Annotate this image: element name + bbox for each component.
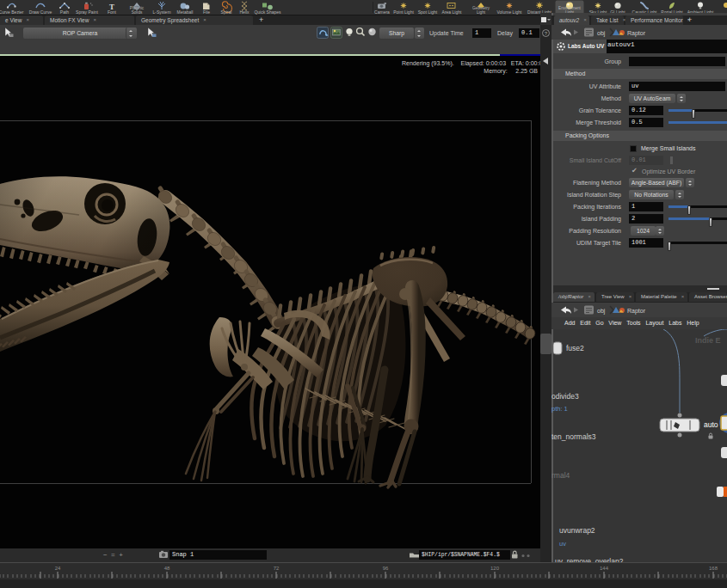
svg-text:Spray Paint: Spray Paint [76, 9, 98, 15]
svg-text:Light: Light [477, 10, 486, 15]
svg-text:Helix: Helix [239, 9, 250, 15]
svg-text:obj: obj [597, 30, 606, 37]
svg-text:Point Light: Point Light [393, 9, 414, 15]
svg-text:Raptor: Raptor [627, 30, 646, 37]
svg-text:L-System: L-System [152, 9, 170, 15]
svg-text:Camera: Camera [374, 9, 390, 15]
svg-text:Metaball: Metaball [177, 9, 194, 15]
svg-text:Draw Curve: Draw Curve [29, 9, 52, 15]
svg-text:Volume Light: Volume Light [497, 9, 523, 15]
svg-text:Font: Font [108, 9, 117, 15]
svg-text:Path: Path [60, 9, 70, 15]
svg-text:File: File [203, 9, 210, 15]
svg-text:Raptor: Raptor [627, 308, 646, 315]
svg-text:Spot Light: Spot Light [418, 9, 438, 15]
svg-text:Quick Shapes: Quick Shapes [254, 9, 281, 15]
svg-text:obj: obj [597, 308, 606, 315]
svg-text:Spiral: Spiral [221, 9, 232, 15]
svg-text:Curve Bezier: Curve Bezier [0, 9, 24, 15]
svg-text:Solids: Solids [132, 10, 143, 15]
svg-text:Area Light: Area Light [442, 9, 462, 15]
